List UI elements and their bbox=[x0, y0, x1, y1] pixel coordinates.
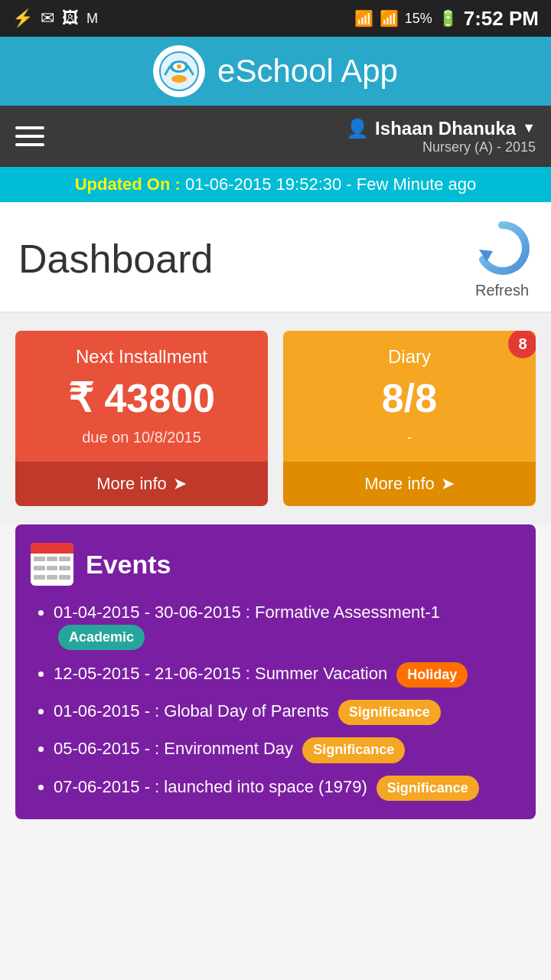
event-tag-significance-2: Significance bbox=[302, 737, 405, 763]
event-tag-significance-1: Significance bbox=[338, 700, 441, 725]
user-name-text: Ishaan Dhanuka bbox=[375, 118, 516, 139]
status-time: 7:52 PM bbox=[464, 7, 539, 31]
status-left-icons: ⚡ ✉ 🖼 M bbox=[12, 8, 98, 28]
gmail-icon: M bbox=[86, 11, 98, 27]
event-text-3: 01-06-2015 - : Global Day of Parents bbox=[54, 701, 329, 720]
user-dropdown-arrow: ▼ bbox=[522, 120, 536, 136]
cards-row: Next Installment ₹ 43800 due on 10/8/201… bbox=[0, 312, 551, 524]
dashboard-title: Dashboard bbox=[18, 236, 213, 282]
app-header: eSchool App bbox=[0, 37, 551, 106]
hamburger-menu[interactable] bbox=[15, 126, 44, 146]
next-installment-value: ₹ 43800 bbox=[68, 375, 215, 421]
dashboard-header: Dashboard Refresh bbox=[0, 202, 551, 312]
list-item: 05-06-2015 - : Environment Day Significa… bbox=[54, 737, 520, 763]
email-icon: ✉ bbox=[41, 8, 54, 28]
diary-sub: - bbox=[407, 429, 412, 446]
events-header: Events bbox=[31, 543, 520, 586]
event-text-5: 07-06-2015 - : launched into space (1979… bbox=[54, 777, 367, 796]
event-list: 01-04-2015 - 30-06-2015 : Formative Asse… bbox=[31, 601, 520, 801]
event-text-2: 12-05-2015 - 21-06-2015 : Summer Vacatio… bbox=[54, 664, 387, 683]
more-info-label-1: More info bbox=[96, 474, 167, 494]
next-installment-more-info[interactable]: More info ➤ bbox=[15, 462, 268, 506]
app-logo bbox=[153, 45, 205, 97]
next-installment-due: due on 10/8/2015 bbox=[82, 429, 201, 446]
next-installment-card: Next Installment ₹ 43800 due on 10/8/201… bbox=[15, 331, 268, 506]
wifi-icon: 📶 bbox=[354, 9, 373, 28]
events-title: Events bbox=[86, 550, 171, 580]
events-section: Events 01-04-2015 - 30-06-2015 : Formati… bbox=[15, 524, 536, 819]
event-text-4: 05-06-2015 - : Environment Day bbox=[54, 739, 293, 758]
next-installment-body: Next Installment ₹ 43800 due on 10/8/201… bbox=[15, 331, 268, 462]
next-installment-title: Next Installment bbox=[76, 346, 207, 368]
image-icon: 🖼 bbox=[62, 8, 79, 28]
battery-icon: 🔋 bbox=[439, 9, 458, 28]
list-item: 01-04-2015 - 30-06-2015 : Formative Asse… bbox=[54, 601, 520, 650]
diary-badge: 8 bbox=[508, 331, 536, 358]
refresh-label: Refresh bbox=[475, 282, 529, 299]
diary-title: Diary bbox=[388, 346, 431, 368]
battery-percent: 15% bbox=[405, 11, 432, 27]
diary-card: 8 Diary 8/8 - More info ➤ bbox=[283, 331, 536, 506]
calendar-icon bbox=[31, 543, 73, 586]
update-datetime: 01-06-2015 19:52:30 - Few Minute ago bbox=[185, 175, 476, 194]
diary-body: Diary 8/8 - bbox=[283, 331, 536, 462]
user-class-text: Nursery (A) - 2015 bbox=[346, 139, 536, 155]
update-label: Updated On : bbox=[75, 175, 181, 194]
status-right-icons: 📶 📶 15% 🔋 7:52 PM bbox=[354, 7, 539, 31]
list-item: 12-05-2015 - 21-06-2015 : Summer Vacatio… bbox=[54, 662, 520, 688]
event-tag-holiday-1: Holiday bbox=[396, 662, 468, 688]
list-item: 01-06-2015 - : Global Day of Parents Sig… bbox=[54, 700, 520, 725]
event-tag-academic-1: Academic bbox=[58, 625, 145, 650]
app-title: eSchool App bbox=[217, 53, 398, 90]
more-info-label-2: More info bbox=[364, 474, 435, 494]
signal-icon: 📶 bbox=[380, 9, 399, 28]
diary-more-info[interactable]: More info ➤ bbox=[283, 462, 536, 506]
more-info-arrow-1: ➤ bbox=[173, 474, 187, 494]
diary-value: 8/8 bbox=[382, 375, 437, 421]
update-bar: Updated On : 01-06-2015 19:52:30 - Few M… bbox=[0, 167, 551, 202]
more-info-arrow-2: ➤ bbox=[441, 474, 455, 494]
event-tag-significance-3: Significance bbox=[377, 776, 479, 801]
event-text-1: 01-04-2015 - 30-06-2015 : Formative Asse… bbox=[54, 603, 440, 622]
user-name-row[interactable]: 👤 Ishaan Dhanuka ▼ bbox=[346, 118, 536, 139]
status-bar: ⚡ ✉ 🖼 M 📶 📶 15% 🔋 7:52 PM bbox=[0, 0, 551, 37]
usb-icon: ⚡ bbox=[12, 8, 33, 28]
user-info: 👤 Ishaan Dhanuka ▼ Nursery (A) - 2015 bbox=[346, 118, 536, 155]
svg-point-3 bbox=[177, 64, 181, 69]
refresh-button[interactable]: Refresh bbox=[471, 217, 533, 299]
list-item: 07-06-2015 - : launched into space (1979… bbox=[54, 776, 520, 801]
svg-point-6 bbox=[171, 75, 187, 83]
user-person-icon: 👤 bbox=[346, 118, 369, 139]
user-bar: 👤 Ishaan Dhanuka ▼ Nursery (A) - 2015 bbox=[0, 106, 551, 167]
